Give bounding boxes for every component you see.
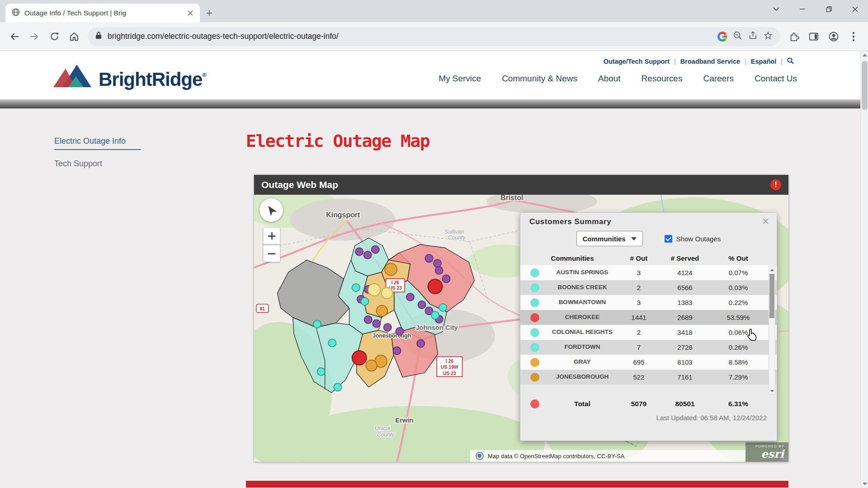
registered-mark: ® xyxy=(202,71,206,78)
nav-item-community-news[interactable]: Community & News xyxy=(502,74,577,84)
window-restore-button[interactable] xyxy=(816,0,842,18)
community-color-dot xyxy=(530,343,539,352)
utility-link-broadband-service[interactable]: Broadband Service xyxy=(680,58,740,65)
header-ribbon xyxy=(0,99,868,108)
new-tab-button[interactable] xyxy=(203,7,215,19)
share-icon[interactable] xyxy=(748,31,758,42)
window-close-button[interactable] xyxy=(842,0,868,18)
zoom-out-page-icon[interactable] xyxy=(733,31,743,42)
out-count: 3 xyxy=(620,269,658,277)
table-scroll-down-icon[interactable] xyxy=(769,388,775,394)
logo-mountain-icon xyxy=(53,62,92,89)
total-pct: 6.31% xyxy=(712,400,764,408)
table-row[interactable]: CHEROKEE1441268953.59% xyxy=(520,310,777,325)
profile-avatar-icon[interactable] xyxy=(824,27,844,47)
summary-rows: AUSTIN SPRINGS341240.07%BOONES CREEK2656… xyxy=(520,265,777,385)
google-g-icon[interactable] xyxy=(717,32,727,42)
show-outages-control[interactable]: Show Outages xyxy=(665,235,721,243)
compass-button[interactable] xyxy=(259,198,283,222)
total-label: Total xyxy=(545,398,620,410)
map-warning-icon[interactable]: ! xyxy=(770,179,781,190)
table-scroll-up-icon[interactable] xyxy=(769,267,775,273)
total-served: 80501 xyxy=(658,400,712,408)
sidebar-item-tech-support[interactable]: Tech Support xyxy=(54,159,102,169)
table-header-row: Communities # Out # Served % Out xyxy=(520,251,777,265)
nav-item-my-service[interactable]: My Service xyxy=(439,74,481,84)
esri-logo: POWERED BY esri xyxy=(745,442,788,462)
svg-text:Sullivan: Sullivan xyxy=(444,229,464,235)
table-row[interactable]: FORDTOWN727280.26% xyxy=(520,340,777,355)
map-zoom-out-button[interactable] xyxy=(263,245,280,262)
nav-item-contact-us[interactable]: Contact Us xyxy=(755,74,797,84)
map-attribution: Map data © OpenStreetMap contributors, C… xyxy=(470,450,745,462)
show-outages-checkbox[interactable] xyxy=(665,235,672,243)
svg-text:County: County xyxy=(377,432,395,438)
table-row[interactable]: JONESBOROUGH52271617.29% xyxy=(520,370,777,385)
svg-text:81: 81 xyxy=(260,306,265,311)
page-content: Electric Outage Info Tech Support Electr… xyxy=(0,108,868,488)
table-row[interactable]: BOWMANTOWN313830.22% xyxy=(520,295,777,310)
table-row[interactable]: BOONES CREEK265660.03% xyxy=(520,280,777,295)
table-row[interactable]: GRAY69581038.58% xyxy=(520,355,777,370)
browser-toolbar: brightridge.com/electric-outages-tech-su… xyxy=(0,22,868,51)
svg-text:I 26: I 26 xyxy=(446,359,454,364)
served-count: 3418 xyxy=(658,328,712,336)
pct-out: 0.03% xyxy=(712,284,764,291)
utility-link-outage-tech-support[interactable]: Outage/Tech Support xyxy=(604,58,670,65)
reload-button[interactable] xyxy=(44,27,64,47)
communities-dropdown[interactable]: Communities xyxy=(576,231,643,246)
browser-tab[interactable]: Outage Info / Tech Support | Brig xyxy=(5,4,200,22)
pct-out: 0.07% xyxy=(712,269,764,277)
scroll-down-icon[interactable] xyxy=(861,480,868,488)
scroll-up-icon[interactable] xyxy=(861,51,868,59)
out-count: 695 xyxy=(620,358,658,366)
pct-out: 7.29% xyxy=(712,373,764,381)
site-search-icon[interactable] xyxy=(787,57,794,66)
svg-text:Johnson City: Johnson City xyxy=(416,324,458,331)
utility-nav: Outage/Tech Support | Broadband Service … xyxy=(604,57,794,66)
nav-item-about[interactable]: About xyxy=(598,74,621,84)
tab-search-chevron-icon[interactable] xyxy=(763,0,789,18)
attribution-text: Map data © OpenStreetMap contributors, C… xyxy=(488,453,624,460)
table-scrollbar[interactable] xyxy=(769,266,775,394)
side-panel-icon[interactable] xyxy=(804,27,824,47)
sidebar-item-electric-outage-info[interactable]: Electric Outage Info xyxy=(54,136,141,150)
extensions-puzzle-icon[interactable] xyxy=(784,27,804,47)
home-button[interactable] xyxy=(64,27,84,47)
address-bar[interactable]: brightridge.com/electric-outages-tech-su… xyxy=(88,27,780,46)
community-color-dot xyxy=(530,313,539,322)
served-count: 1383 xyxy=(658,299,712,306)
back-button[interactable] xyxy=(5,27,24,47)
browser-menu-icon[interactable] xyxy=(844,27,863,47)
table-scrollbar-thumb[interactable] xyxy=(769,274,774,318)
served-count: 2689 xyxy=(658,314,712,321)
total-row: Total 5079 80501 6.31% xyxy=(520,395,777,413)
map-zoom-in-button[interactable] xyxy=(263,227,280,244)
url-text[interactable]: brightridge.com/electric-outages-tech-su… xyxy=(108,32,712,41)
col-out: # Out xyxy=(620,254,658,262)
brightridge-logo[interactable]: BrightRidge® xyxy=(53,62,206,89)
scrollbar-thumb[interactable] xyxy=(862,61,868,110)
svg-text:I 26: I 26 xyxy=(392,280,400,285)
utility-link-espanol[interactable]: Español xyxy=(751,58,776,65)
browser-scrollbar[interactable] xyxy=(860,51,868,488)
nav-item-resources[interactable]: Resources xyxy=(642,74,683,84)
bookmark-star-icon[interactable] xyxy=(763,31,773,42)
tab-close-icon[interactable] xyxy=(184,7,196,19)
svg-text:US 19W: US 19W xyxy=(441,365,458,370)
served-count: 4124 xyxy=(658,269,712,277)
table-row[interactable]: AUSTIN SPRINGS341240.07% xyxy=(520,265,777,280)
window-minimize-button[interactable] xyxy=(789,0,816,18)
tab-title: Outage Info / Tech Support | Brig xyxy=(24,9,180,17)
panel-close-icon[interactable] xyxy=(760,217,770,226)
table-row[interactable]: COLONIAL HEIGHTS234180.06% xyxy=(520,325,777,340)
route-box-i26-us19w-us23: I 26 US 19W US 23 xyxy=(437,357,462,377)
served-count: 7161 xyxy=(658,373,712,381)
nav-item-careers[interactable]: Careers xyxy=(703,74,734,84)
forward-button[interactable] xyxy=(24,27,44,47)
svg-text:US 23: US 23 xyxy=(443,371,456,376)
pct-out: 53.59% xyxy=(712,314,764,321)
lock-icon[interactable] xyxy=(95,31,102,42)
site-header: BrightRidge® Outage/Tech Support | Broad… xyxy=(0,51,868,99)
separator: | xyxy=(745,58,746,65)
